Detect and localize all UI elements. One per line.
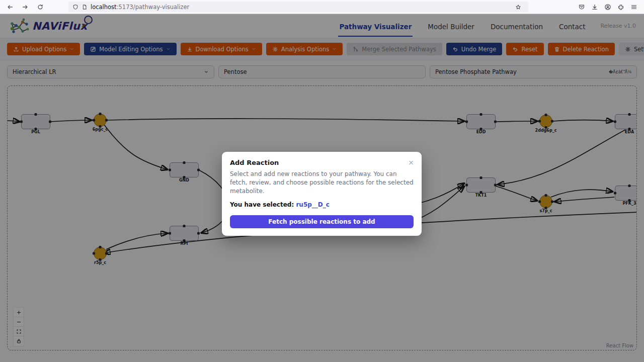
account-icon[interactable] — [602, 2, 614, 13]
shield-icon[interactable] — [72, 4, 78, 10]
modal-description: Select and add new reactions to your pat… — [230, 170, 414, 196]
url-bar[interactable]: localhost:5173/pathway-visualizer — [68, 2, 528, 12]
browser-toolbar: localhost:5173/pathway-visualizer — [0, 0, 644, 14]
menu-icon[interactable] — [628, 2, 640, 13]
pocket-icon[interactable] — [576, 2, 588, 13]
forward-icon[interactable] — [19, 2, 31, 13]
selected-metabolite-value: ru5p__D_c — [296, 201, 329, 208]
page-icon — [82, 4, 88, 10]
add-reaction-modal: Add Reaction × Select and add new reacti… — [222, 152, 422, 236]
selected-label: You have selected: — [230, 201, 294, 208]
fetch-reactions-button[interactable]: Fetch possible reactions to add — [230, 215, 414, 228]
back-icon[interactable] — [4, 2, 16, 13]
close-icon[interactable]: × — [407, 158, 416, 167]
extensions-icon[interactable] — [615, 2, 627, 13]
bookmark-star-icon[interactable] — [512, 2, 524, 13]
modal-title: Add Reaction — [230, 159, 414, 166]
url-text: localhost:5173/pathway-visualizer — [91, 4, 509, 11]
download-icon[interactable] — [589, 2, 601, 13]
reload-icon[interactable] — [34, 2, 46, 13]
selected-metabolite-line: You have selected: ru5p__D_c — [230, 201, 414, 208]
app-root: NAViFlux Pathway VisualizerModel Builder… — [0, 14, 644, 362]
